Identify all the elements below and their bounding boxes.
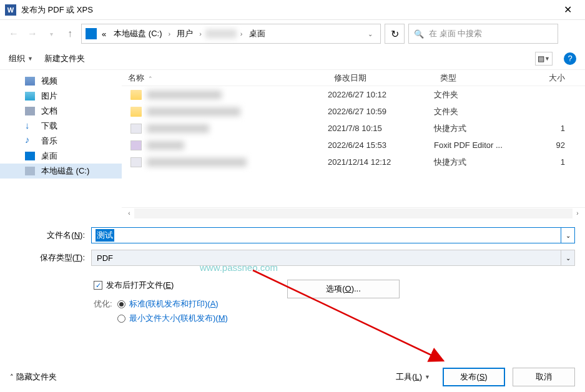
search-placeholder: 在 桌面 中搜索	[429, 28, 482, 39]
file-size: 1	[528, 124, 571, 133]
file-date: 2022/6/24 15:53	[328, 140, 434, 150]
breadcrumb[interactable]: « 本地磁盘 (C:) › 用户 › › 桌面 ⌄	[81, 24, 381, 44]
file-row[interactable]: 2021/7/8 10:15快捷方式1	[122, 120, 585, 137]
file-type: 快捷方式	[434, 123, 528, 134]
sidebar-item-documents[interactable]: 文档	[0, 104, 122, 119]
desktop-icon	[25, 152, 35, 160]
file-name-blurred	[147, 107, 240, 116]
sidebar-item-videos[interactable]: 视频	[0, 74, 122, 89]
organize-menu[interactable]: 组织▼	[9, 53, 33, 64]
savetype-dropdown[interactable]: ⌄	[561, 250, 575, 266]
file-name-blurred	[147, 158, 247, 167]
folder-icon	[130, 107, 142, 117]
sort-indicator-icon: ⌃	[148, 76, 153, 82]
breadcrumb-item[interactable]: 桌面	[247, 27, 268, 41]
file-type: Foxit PDF Editor ...	[434, 140, 528, 150]
music-icon	[25, 137, 35, 145]
file-name-blurred	[147, 141, 184, 150]
sidebar-item-drive-c[interactable]: 本地磁盘 (C:)	[0, 164, 122, 179]
view-options-button[interactable]: ▤ ▼	[535, 52, 553, 66]
help-icon[interactable]: ?	[564, 52, 576, 65]
file-row[interactable]: 2022/6/24 15:53Foxit PDF Editor ...92	[122, 137, 585, 154]
savetype-select[interactable]: PDF	[91, 250, 561, 266]
file-row[interactable]: 2022/6/27 10:59文件夹	[122, 103, 585, 120]
file-size: 1	[528, 157, 571, 167]
toolbar: 组织▼ 新建文件夹 ▤ ▼ ?	[0, 47, 585, 70]
filename-input[interactable]: 测试	[91, 227, 561, 243]
breadcrumb-prefix: «	[99, 28, 109, 40]
options-button[interactable]: 选项(O)...	[287, 280, 400, 298]
titlebar: W 发布为 PDF 或 XPS ✕	[0, 0, 585, 20]
file-row[interactable]: 2021/12/14 12:12快捷方式1	[122, 154, 585, 170]
sidebar: 视频 图片 文档 下载 音乐 桌面 本地磁盘 (C:)	[0, 70, 122, 207]
chevron-right-icon: ›	[167, 30, 172, 37]
file-icon	[130, 157, 142, 167]
up-button[interactable]: ↑	[62, 26, 77, 41]
folder-icon	[130, 90, 142, 100]
download-icon	[25, 122, 35, 130]
new-folder-button[interactable]: 新建文件夹	[44, 53, 85, 64]
cancel-button[interactable]: 取消	[513, 368, 575, 386]
file-list: 2022/6/27 10:12文件夹2022/6/27 10:59文件夹2021…	[122, 86, 585, 207]
tools-menu[interactable]: 工具(L) ▼	[391, 369, 435, 385]
filename-label: 文件名(N):	[10, 230, 91, 241]
sidebar-item-music[interactable]: 音乐	[0, 134, 122, 149]
file-type: 快捷方式	[434, 157, 528, 168]
filename-dropdown[interactable]: ⌄	[561, 227, 575, 243]
publish-button[interactable]: 发布(S)	[443, 368, 505, 386]
file-icon	[130, 124, 142, 134]
sidebar-item-pictures[interactable]: 图片	[0, 89, 122, 104]
chevron-right-icon: ›	[198, 30, 203, 37]
breadcrumb-item-blurred[interactable]	[205, 29, 237, 38]
breadcrumb-item[interactable]: 用户	[174, 27, 195, 41]
search-input[interactable]: 🔍 在 桌面 中搜索	[408, 24, 558, 44]
optimize-minsize-radio[interactable]: 最小文件大小(联机发布)(M)	[117, 313, 228, 325]
dialog-title: 发布为 PDF 或 XPS	[21, 4, 555, 16]
breadcrumb-dropdown[interactable]: ⌄	[364, 31, 376, 37]
checkbox-label: 发布后打开文件(E)	[106, 280, 174, 291]
collapse-icon: ˄	[10, 373, 14, 381]
file-date: 2021/7/8 10:15	[328, 124, 434, 133]
drive-icon	[25, 167, 35, 175]
file-icon	[130, 140, 142, 150]
file-date: 2022/6/27 10:59	[328, 107, 434, 116]
breadcrumb-item[interactable]: 本地磁盘 (C:)	[111, 27, 164, 41]
sidebar-item-desktop[interactable]: 桌面	[0, 149, 122, 164]
radio-icon	[117, 300, 125, 308]
column-size[interactable]: 大小	[528, 72, 571, 84]
main-area: 视频 图片 文档 下载 音乐 桌面 本地磁盘 (C:) 名称⌃ 修改日期 类型 …	[0, 70, 585, 207]
drive-icon	[86, 28, 97, 39]
checkbox-icon: ✓	[94, 281, 102, 290]
file-date: 2021/12/14 12:12	[328, 157, 434, 167]
scroll-track[interactable]	[134, 208, 573, 218]
options-area: ✓ 发布后打开文件(E) 优化: 标准(联机发布和打印)(A) 最小文件大小(联…	[0, 276, 585, 333]
file-date: 2022/6/27 10:12	[328, 90, 434, 99]
bottom-bar: ˄ 隐藏文件夹 工具(L) ▼ 发布(S) 取消	[0, 362, 585, 392]
open-after-publish-checkbox[interactable]: ✓ 发布后打开文件(E)	[94, 280, 256, 291]
optimize-standard-radio[interactable]: 标准(联机发布和打印)(A)	[117, 298, 228, 310]
search-icon: 🔍	[414, 29, 424, 39]
column-type[interactable]: 类型	[434, 72, 528, 84]
column-name[interactable]: 名称⌃	[122, 72, 328, 84]
column-date[interactable]: 修改日期	[328, 72, 434, 84]
hide-folders-toggle[interactable]: ˄ 隐藏文件夹	[10, 371, 57, 383]
forward-button[interactable]: →	[25, 26, 40, 41]
close-button[interactable]: ✕	[555, 0, 580, 20]
file-list-header: 名称⌃ 修改日期 类型 大小	[122, 70, 585, 86]
savetype-label: 保存类型(T):	[10, 252, 91, 263]
optimize-label: 优化:	[94, 298, 112, 310]
file-size: 92	[528, 140, 571, 150]
refresh-button[interactable]: ↻	[385, 24, 405, 44]
file-name-blurred	[147, 124, 209, 133]
video-icon	[25, 77, 35, 86]
back-button[interactable]: ←	[6, 26, 21, 41]
word-app-icon: W	[5, 4, 16, 16]
scroll-left-icon[interactable]: ‹	[124, 208, 134, 218]
scroll-right-icon[interactable]: ›	[573, 208, 583, 218]
form-area: 文件名(N): 测试 ⌄ 保存类型(T): PDF ⌄	[0, 218, 585, 276]
sidebar-item-downloads[interactable]: 下载	[0, 119, 122, 134]
file-row[interactable]: 2022/6/27 10:12文件夹	[122, 86, 585, 103]
recent-dropdown[interactable]: ▾	[44, 26, 59, 41]
file-type: 文件夹	[434, 89, 528, 100]
horizontal-scrollbar[interactable]: ‹ ›	[122, 207, 585, 218]
